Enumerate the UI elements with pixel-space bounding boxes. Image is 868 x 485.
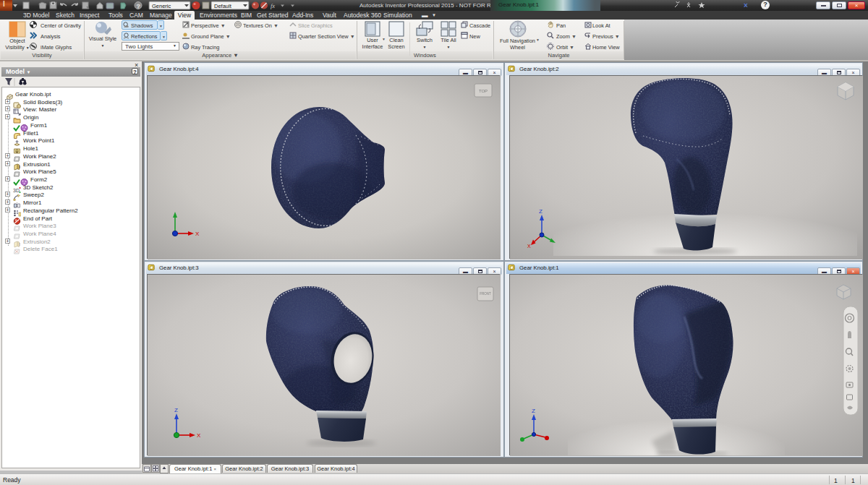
svg-text:X: X [527,244,531,249]
svg-text:X: X [195,231,200,237]
svg-text:FRONT: FRONT [480,292,491,296]
svg-text:X: X [197,432,201,439]
svg-text:Z: Z [539,208,542,215]
svg-text:?: ? [137,3,140,9]
svg-text:Z: Z [532,408,535,414]
svg-text:fx: fx [271,2,275,9]
svg-text:Default: Default [214,3,232,9]
svg-text:Generic: Generic [152,3,171,9]
svg-text:TOP: TOP [479,89,488,93]
svg-text:Z: Z [174,407,178,413]
